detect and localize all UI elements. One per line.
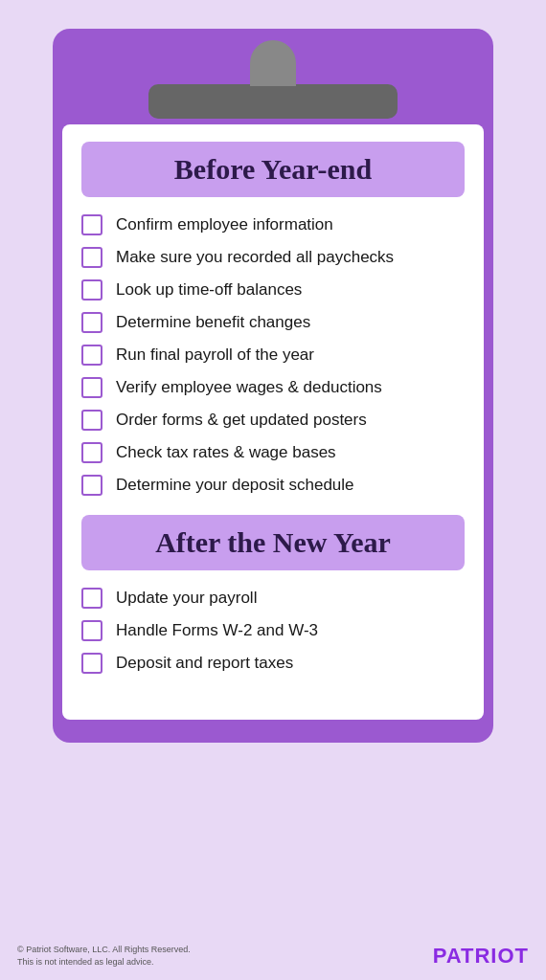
list-item: Confirm employee information bbox=[81, 214, 465, 235]
page-wrapper: Before Year-end Confirm employee informa… bbox=[0, 0, 546, 980]
checkbox[interactable] bbox=[81, 345, 102, 366]
brand-logo: PATRIOT bbox=[433, 944, 529, 969]
list-item: Run final payroll of the year bbox=[81, 345, 465, 366]
checkbox[interactable] bbox=[81, 377, 102, 398]
after-checklist: Update your payroll Handle Forms W-2 and… bbox=[81, 588, 465, 674]
checkbox[interactable] bbox=[81, 247, 102, 268]
checkbox[interactable] bbox=[81, 588, 102, 609]
checklist-label: Look up time-off balances bbox=[116, 280, 302, 300]
before-checklist: Confirm employee information Make sure y… bbox=[81, 214, 465, 496]
checkbox[interactable] bbox=[81, 410, 102, 431]
clip-bar-wrapper bbox=[62, 84, 484, 119]
checklist-label: Make sure you recorded all paychecks bbox=[116, 248, 394, 267]
clip-area bbox=[62, 38, 484, 84]
list-item: Update your payroll bbox=[81, 588, 465, 609]
clip-bar bbox=[148, 84, 398, 119]
footer-left: © Patriot Software, LLC. All Rights Rese… bbox=[17, 944, 191, 968]
checklist-label: Verify employee wages & deductions bbox=[116, 378, 382, 397]
checklist-label: Determine your deposit schedule bbox=[116, 476, 354, 495]
checkbox[interactable] bbox=[81, 442, 102, 463]
copyright-text: © Patriot Software, LLC. All Rights Rese… bbox=[17, 944, 191, 956]
clipboard: Before Year-end Confirm employee informa… bbox=[53, 29, 493, 743]
clip-knob bbox=[250, 40, 296, 86]
list-item: Verify employee wages & deductions bbox=[81, 377, 465, 398]
checkbox[interactable] bbox=[81, 279, 102, 301]
list-item: Make sure you recorded all paychecks bbox=[81, 247, 465, 268]
disclaimer-text: This is not intended as legal advice. bbox=[17, 956, 191, 969]
list-item: Determine benefit changes bbox=[81, 312, 465, 333]
checkbox[interactable] bbox=[81, 312, 102, 333]
checkbox[interactable] bbox=[81, 620, 102, 641]
before-section-title: Before Year-end bbox=[174, 153, 372, 185]
after-section-title: After the New Year bbox=[155, 526, 391, 558]
clipboard-paper: Before Year-end Confirm employee informa… bbox=[62, 124, 484, 720]
checklist-label: Check tax rates & wage bases bbox=[116, 443, 336, 462]
checklist-label: Run final payroll of the year bbox=[116, 345, 314, 365]
list-item: Handle Forms W-2 and W-3 bbox=[81, 620, 465, 641]
checklist-label: Determine benefit changes bbox=[116, 313, 310, 332]
list-item: Look up time-off balances bbox=[81, 279, 465, 301]
list-item: Order forms & get updated posters bbox=[81, 410, 465, 431]
checklist-label: Update your payroll bbox=[116, 589, 257, 608]
checklist-label: Handle Forms W-2 and W-3 bbox=[116, 621, 318, 640]
before-section-header: Before Year-end bbox=[81, 142, 465, 197]
list-item: Check tax rates & wage bases bbox=[81, 442, 465, 463]
checkbox[interactable] bbox=[81, 214, 102, 235]
list-item: Deposit and report taxes bbox=[81, 653, 465, 674]
after-section-header: After the New Year bbox=[81, 515, 465, 570]
checklist-label: Deposit and report taxes bbox=[116, 654, 293, 673]
checklist-label: Order forms & get updated posters bbox=[116, 411, 367, 430]
checklist-label: Confirm employee information bbox=[116, 215, 333, 234]
list-item: Determine your deposit schedule bbox=[81, 475, 465, 496]
checkbox[interactable] bbox=[81, 475, 102, 496]
checkbox[interactable] bbox=[81, 653, 102, 674]
footer: © Patriot Software, LLC. All Rights Rese… bbox=[0, 934, 546, 980]
